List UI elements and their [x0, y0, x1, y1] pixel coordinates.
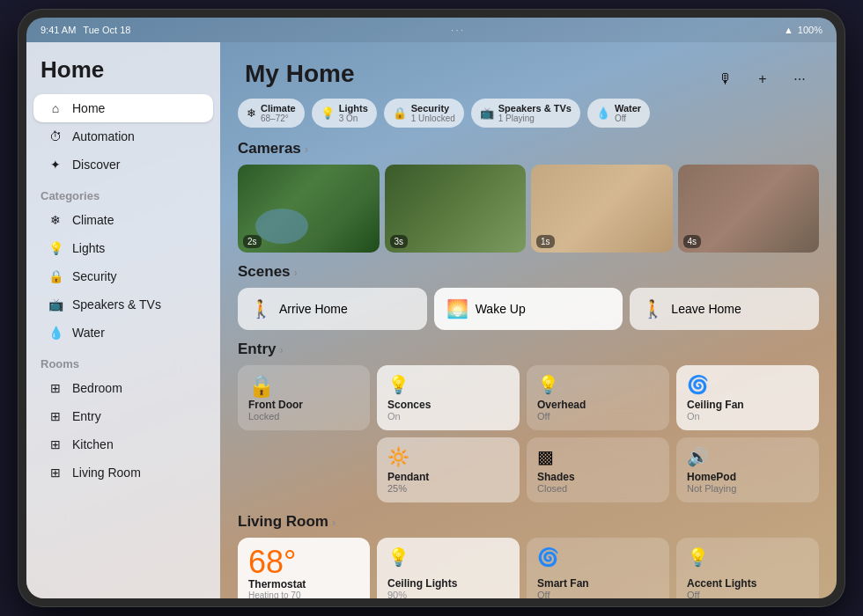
water-icon: 💧 — [48, 326, 63, 340]
sidebar-item-climate[interactable]: ❄ Climate — [33, 206, 213, 234]
entry-title: Entry — [238, 341, 276, 358]
sidebar-item-automation-label: Automation — [72, 129, 135, 143]
camera-1[interactable]: 2s — [238, 165, 380, 253]
accent-lights-icon: 💡 — [687, 546, 808, 568]
security-icon: 🔒 — [48, 269, 63, 283]
sidebar-item-home-label: Home — [72, 101, 105, 115]
sconces-status: On — [387, 411, 509, 422]
pill-water-sub: Off — [615, 114, 641, 123]
main-content: My Home 🎙 + ··· — [220, 42, 837, 598]
pill-water[interactable]: 💧 Water Off — [587, 99, 650, 128]
device-smart-fan[interactable]: 🌀 Smart Fan Off — [527, 538, 669, 598]
pill-climate-sub: 68–72° — [261, 114, 296, 123]
sidebar-item-home[interactable]: ⌂ Home — [33, 94, 213, 122]
scenes-section-header[interactable]: Scenes › — [238, 263, 819, 281]
wake-up-icon: 🌅 — [446, 298, 468, 319]
sidebar-item-kitchen[interactable]: ⊞ Kitchen — [33, 430, 213, 458]
pill-climate-icon: ❄ — [247, 106, 256, 120]
sidebar-item-water[interactable]: 💧 Water — [33, 319, 213, 347]
entry-device-grid: 🔒 Front Door Locked 💡 Sconces On — [238, 365, 819, 502]
pill-security-sub: 1 Unlocked — [411, 114, 455, 123]
pendant-icon: 🔆 — [387, 446, 509, 467]
voice-control-button[interactable]: 🎙 — [713, 67, 738, 92]
thermostat-status: Heating to 70 — [248, 590, 359, 598]
device-pendant[interactable]: 🔆 Pendant 25% — [377, 437, 520, 502]
device-overhead[interactable]: 💡 Overhead Off — [527, 365, 669, 430]
status-bar: 9:41 AM Tue Oct 18 · · · ▲ 100% — [26, 18, 837, 42]
pill-speakers-sub: 1 Playing — [498, 114, 572, 123]
entry-room-section: 🔒 Front Door Locked 💡 Sconces On — [238, 365, 819, 502]
bedroom-icon: ⊞ — [48, 381, 63, 395]
device-thermostat[interactable]: 68° Thermostat Heating to 70 — [238, 538, 370, 598]
homepod-name: HomePod — [687, 471, 808, 483]
sidebar-item-bedroom-label: Bedroom — [72, 381, 122, 395]
app-body: Home ⌂ Home ⏱ Automation ✦ Discover Cate… — [26, 42, 837, 598]
accent-lights-name: Accent Lights — [687, 577, 808, 590]
ceiling-lights-status: 90% — [387, 590, 509, 598]
more-icon: ··· — [793, 71, 805, 87]
more-button[interactable]: ··· — [787, 67, 812, 92]
device-sconces[interactable]: 💡 Sconces On — [377, 365, 520, 430]
homepod-status: Not Playing — [687, 483, 808, 494]
living-room-section: 68° Thermostat Heating to 70 💡 Ceiling L… — [238, 538, 819, 598]
toolbar-actions: 🎙 + ··· — [713, 67, 812, 92]
pill-climate-text: Climate 68–72° — [261, 103, 296, 123]
device-shades[interactable]: ▩ Shades Closed — [527, 437, 669, 502]
wake-up-label: Wake Up — [476, 302, 526, 316]
pill-climate[interactable]: ❄ Climate 68–72° — [238, 99, 305, 128]
scenes-grid: 🚶 Arrive Home 🌅 Wake Up 🚶 Leave Home — [238, 288, 819, 330]
camera-2[interactable]: 3s — [385, 165, 527, 253]
smart-fan-icon: 🌀 — [537, 546, 659, 568]
device-front-door[interactable]: 🔒 Front Door Locked — [238, 365, 370, 430]
homepod-icon: 🔊 — [687, 446, 808, 467]
sidebar-item-lights[interactable]: 💡 Lights — [33, 234, 213, 262]
pill-security-label: Security — [411, 103, 455, 114]
pill-lights[interactable]: 💡 Lights 3 On — [312, 99, 377, 128]
sidebar-item-speakers-label: Speakers & TVs — [72, 297, 161, 312]
device-homepod[interactable]: 🔊 HomePod Not Playing — [676, 437, 819, 502]
device-accent-lights[interactable]: 💡 Accent Lights Off — [676, 538, 819, 598]
device-ceiling-fan[interactable]: 🌀 Ceiling Fan On — [676, 365, 819, 430]
sidebar-item-living-room[interactable]: ⊞ Living Room — [33, 458, 213, 487]
scene-leave-home[interactable]: 🚶 Leave Home — [630, 288, 819, 330]
pill-lights-label: Lights — [339, 103, 368, 114]
status-left: 9:41 AM Tue Oct 18 — [41, 25, 130, 35]
pill-speakers-label: Speakers & TVs — [498, 103, 572, 114]
scene-wake-up[interactable]: 🌅 Wake Up — [434, 288, 623, 330]
front-door-name: Front Door — [248, 399, 359, 411]
pendant-name: Pendant — [387, 471, 509, 483]
overhead-name: Overhead — [537, 399, 659, 411]
pill-security[interactable]: 🔒 Security 1 Unlocked — [384, 99, 464, 128]
pill-speakers[interactable]: 📺 Speakers & TVs 1 Playing — [471, 99, 580, 128]
camera-3[interactable]: 1s — [531, 165, 673, 253]
sidebar-item-water-label: Water — [72, 326, 105, 340]
sidebar-item-discover[interactable]: ✦ Discover — [33, 150, 213, 179]
sidebar-item-security[interactable]: 🔒 Security — [33, 262, 213, 290]
sidebar-item-climate-label: Climate — [72, 213, 114, 227]
sidebar-item-speakers-tvs[interactable]: 📺 Speakers & TVs — [33, 290, 213, 319]
cameras-section-header[interactable]: Cameras › — [238, 140, 819, 158]
ceiling-fan-status: On — [687, 411, 808, 422]
sidebar-item-bedroom[interactable]: ⊞ Bedroom — [33, 374, 213, 402]
add-button[interactable]: + — [750, 67, 775, 92]
device-ceiling-lights[interactable]: 💡 Ceiling Lights 90% — [377, 538, 520, 598]
ipad-frame: 9:41 AM Tue Oct 18 · · · ▲ 100% Home ⌂ H… — [18, 9, 845, 607]
pill-lights-text: Lights 3 On — [339, 103, 368, 123]
living-room-section-header[interactable]: Living Room › — [238, 513, 819, 531]
sidebar-item-discover-label: Discover — [72, 158, 120, 172]
ceiling-fan-icon: 🌀 — [687, 374, 808, 395]
pill-lights-sub: 3 On — [339, 114, 368, 123]
shades-status: Closed — [537, 483, 659, 494]
scene-arrive-home[interactable]: 🚶 Arrive Home — [238, 288, 427, 330]
sidebar-item-entry[interactable]: ⊞ Entry — [33, 402, 213, 430]
ceiling-lights-name: Ceiling Lights — [387, 577, 509, 590]
sidebar-item-automation[interactable]: ⏱ Automation — [33, 122, 213, 150]
camera-4[interactable]: 4s — [678, 165, 820, 253]
entry-section-header[interactable]: Entry › — [238, 341, 819, 358]
living-room-device-grid: 68° Thermostat Heating to 70 💡 Ceiling L… — [238, 538, 819, 598]
pill-lights-icon: 💡 — [321, 106, 335, 120]
battery-icon: 100% — [798, 25, 822, 35]
leave-home-label: Leave Home — [671, 302, 741, 316]
ipad-screen: 9:41 AM Tue Oct 18 · · · ▲ 100% Home ⌂ H… — [26, 18, 837, 598]
pill-security-text: Security 1 Unlocked — [411, 103, 455, 123]
